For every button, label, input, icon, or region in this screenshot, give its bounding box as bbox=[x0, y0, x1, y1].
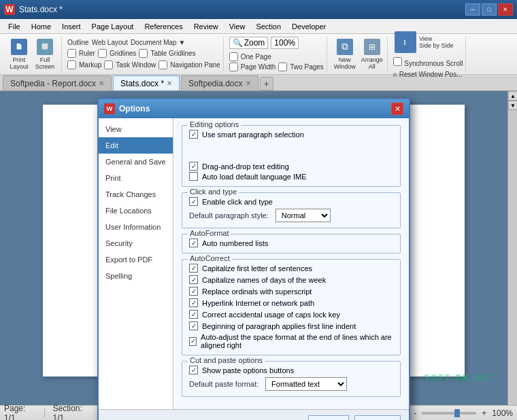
navigation-pane-checkbox[interactable] bbox=[159, 60, 167, 69]
drag-drop-checkbox[interactable] bbox=[189, 162, 198, 171]
table-gridlines-checkbox[interactable] bbox=[139, 49, 148, 58]
enable-click-type-label: Enable click and type bbox=[202, 198, 273, 206]
enable-click-type-row: Enable click and type bbox=[189, 197, 393, 206]
sidebar-item-view[interactable]: View bbox=[99, 121, 173, 137]
page-width-label: Page Width bbox=[241, 63, 276, 71]
tab-add-button[interactable]: + bbox=[260, 77, 273, 90]
scroll-up-button[interactable]: ▲ bbox=[508, 91, 517, 101]
zoom-button[interactable]: 🔍 Zoom bbox=[229, 37, 269, 49]
view-options-section: Outline Web Layout Document Map ▼ Ruler … bbox=[65, 37, 224, 72]
close-button[interactable]: ✕ bbox=[498, 3, 513, 16]
web-layout-label: Web Layout bbox=[92, 39, 128, 46]
autocorrect-cb1[interactable] bbox=[189, 275, 198, 284]
window-controls: ─ □ ✕ bbox=[465, 3, 513, 16]
autocorrect-cb0[interactable] bbox=[189, 264, 198, 273]
zoom-handle[interactable] bbox=[454, 409, 460, 417]
menu-file[interactable]: File bbox=[3, 21, 26, 32]
autocorrect-opt0: Capitalize first letter of sentences bbox=[189, 264, 393, 273]
new-window-icon: ⧉ bbox=[337, 39, 353, 55]
menu-review[interactable]: Review bbox=[188, 21, 224, 32]
print-layout-button[interactable]: 📄 PrintLayout bbox=[7, 37, 31, 71]
sync-scroll-label: Synchronous Scroll bbox=[404, 60, 463, 67]
smart-paragraph-checkbox[interactable] bbox=[189, 130, 198, 139]
two-pages-checkbox[interactable] bbox=[278, 63, 287, 71]
new-window-label: NewWindow bbox=[334, 56, 356, 70]
smart-paragraph-row: Use smart paragraph selection bbox=[189, 130, 304, 139]
default-paste-select[interactable]: Formatted text Unformatted text bbox=[265, 377, 347, 391]
sidebar-item-track-changes[interactable]: Track Changes bbox=[99, 186, 173, 203]
autocorrect-cb4[interactable] bbox=[189, 310, 198, 319]
dialog-footer: OK Cancel bbox=[99, 409, 409, 420]
full-screen-button[interactable]: ⬜ FullScreen bbox=[33, 37, 57, 71]
doc-area: W Options ✕ View Edit General and Save P… bbox=[0, 91, 507, 405]
navigation-pane-label: Navigation Pane bbox=[170, 61, 220, 69]
new-window-button[interactable]: ⧉ NewWindow bbox=[333, 37, 357, 71]
sidebar-item-user-information[interactable]: User Information bbox=[99, 219, 173, 235]
autocorrect-opt3: Hyperlink Internet or network path bbox=[189, 298, 393, 307]
sidebar-item-security[interactable]: Security bbox=[99, 235, 173, 251]
sidebar-item-export-pdf[interactable]: Export to PDF bbox=[99, 251, 173, 268]
auto-load-ime-checkbox[interactable] bbox=[189, 172, 198, 181]
autocorrect-cb6[interactable] bbox=[189, 337, 197, 346]
zoom-plus-button[interactable]: + bbox=[482, 408, 486, 418]
tab-softpedia-close[interactable]: ✕ bbox=[246, 80, 251, 87]
zoom-value-button[interactable]: 100% bbox=[271, 37, 299, 49]
menu-insert[interactable]: Insert bbox=[56, 21, 86, 32]
gridlines-checkbox[interactable] bbox=[98, 49, 107, 58]
drag-drop-label: Drag-and-drop text editing bbox=[202, 162, 289, 171]
menu-page-layout[interactable]: Page Layout bbox=[86, 21, 139, 32]
tab-stats[interactable]: Stats.docx * ✕ bbox=[113, 75, 180, 90]
tab-softpedia[interactable]: Softpedia.docx ✕ bbox=[181, 75, 258, 90]
zoom-slider[interactable] bbox=[422, 412, 476, 415]
enable-click-type-checkbox[interactable] bbox=[189, 197, 198, 206]
auto-numbered-checkbox[interactable] bbox=[189, 239, 198, 247]
side-by-side-icon: ⫿ bbox=[395, 31, 416, 53]
sidebar-item-print[interactable]: Print bbox=[99, 170, 173, 186]
autocorrect-opt1: Capitalize names of days of the week bbox=[189, 275, 393, 284]
cancel-button[interactable]: Cancel bbox=[354, 415, 401, 420]
ok-button[interactable]: OK bbox=[308, 415, 349, 420]
dialog-body: View Edit General and Save Print Track C… bbox=[99, 118, 409, 409]
scroll-down-button[interactable]: ▼ bbox=[508, 101, 517, 110]
zoom-value: 100% bbox=[274, 38, 295, 48]
tab-report-label: Softpedia - Report.docx bbox=[10, 79, 96, 88]
dialog-close-button[interactable]: ✕ bbox=[391, 103, 403, 115]
sidebar-item-spelling[interactable]: Spelling bbox=[99, 268, 173, 284]
vertical-scrollbar[interactable]: ▲ ▼ bbox=[507, 91, 517, 405]
autocorrect-cb3[interactable] bbox=[189, 298, 198, 307]
task-window-checkbox[interactable] bbox=[104, 60, 113, 69]
tab-stats-close[interactable]: ✕ bbox=[167, 80, 172, 87]
view-side-by-side-button[interactable]: ⫿ ViewSide by Side bbox=[393, 30, 463, 54]
menu-view[interactable]: View bbox=[224, 21, 251, 32]
menu-home[interactable]: Home bbox=[26, 21, 56, 32]
sidebar-item-edit[interactable]: Edit bbox=[99, 137, 173, 154]
show-paste-checkbox[interactable] bbox=[189, 366, 198, 374]
table-gridlines-label: Table Gridlines bbox=[150, 50, 195, 57]
menu-developer[interactable]: Developer bbox=[286, 21, 331, 32]
autocorrect-cb2[interactable] bbox=[189, 287, 198, 296]
autocorrect-cb5[interactable] bbox=[189, 321, 198, 330]
tab-report[interactable]: Softpedia - Report.docx ✕ bbox=[3, 75, 112, 90]
ruler-checkbox[interactable] bbox=[67, 49, 76, 58]
print-layout-label: PrintLayout bbox=[10, 56, 28, 70]
arrange-all-button[interactable]: ⊞ ArrangeAll bbox=[360, 37, 384, 71]
sidebar-item-general-save[interactable]: General and Save bbox=[99, 154, 173, 170]
sync-scroll-checkbox[interactable] bbox=[393, 57, 402, 66]
paragraph-style-select[interactable]: Normal Heading 1 Heading 2 bbox=[276, 209, 331, 222]
maximize-button[interactable]: □ bbox=[482, 3, 497, 16]
menu-section[interactable]: Section bbox=[250, 21, 286, 32]
tab-softpedia-label: Softpedia.docx bbox=[188, 79, 242, 88]
markup-checkbox[interactable] bbox=[67, 60, 76, 69]
full-screen-label: FullScreen bbox=[35, 56, 55, 70]
page-width-checkbox[interactable] bbox=[229, 63, 238, 71]
one-page-checkbox[interactable] bbox=[229, 52, 238, 61]
dialog-sidebar: View Edit General and Save Print Track C… bbox=[99, 118, 173, 409]
zoom-icon: 🔍 bbox=[233, 38, 243, 48]
sidebar-item-file-locations[interactable]: File Locations bbox=[99, 203, 173, 219]
auto-load-ime-label: Auto load default language IME bbox=[202, 173, 307, 181]
menu-references[interactable]: References bbox=[139, 21, 188, 32]
section-info: Section: 1/1 bbox=[53, 404, 93, 421]
tab-report-close[interactable]: ✕ bbox=[99, 80, 104, 87]
zoom-minus-button[interactable]: - bbox=[414, 408, 416, 418]
minimize-button[interactable]: ─ bbox=[465, 3, 480, 16]
